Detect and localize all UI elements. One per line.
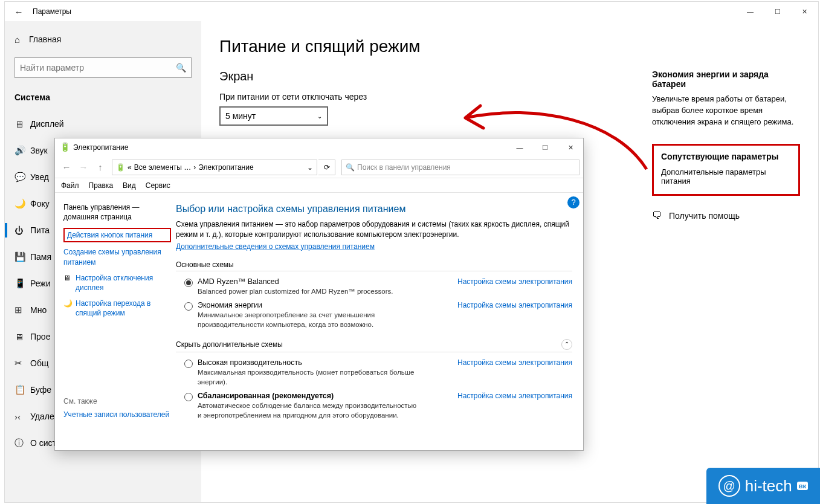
create-plan-link[interactable]: Создание схемы управления питанием bbox=[63, 247, 171, 267]
window-title: Параметры bbox=[33, 7, 71, 16]
watermark-text: hi-tech bbox=[745, 477, 792, 496]
nav-icon: ⓘ bbox=[15, 438, 30, 449]
plan-name[interactable]: Высокая производительность bbox=[198, 358, 457, 367]
plan-description: Balanced power plan customized for AMD R… bbox=[198, 287, 421, 297]
screen-off-dropdown[interactable]: 5 минут ⌄ bbox=[219, 106, 328, 126]
nav-icon: ›‹ bbox=[15, 412, 30, 422]
nav-label: Мно bbox=[30, 305, 47, 315]
nav-label: Памя bbox=[30, 252, 51, 262]
configure-plan-link[interactable]: Настройка схемы электропитания bbox=[457, 301, 572, 309]
nav-icon: 🌙 bbox=[15, 198, 30, 209]
radio-button[interactable] bbox=[184, 360, 193, 368]
user-accounts-link[interactable]: Учетные записи пользователей bbox=[63, 410, 171, 419]
search-icon: 🔍 bbox=[176, 63, 186, 73]
cp-search-placeholder: Поиск в панели управления bbox=[357, 163, 451, 172]
maximize-button[interactable]: ☐ bbox=[764, 2, 791, 21]
menu-item[interactable]: Сервис bbox=[146, 181, 170, 190]
plan-description: Максимальная производительность (может п… bbox=[198, 368, 421, 387]
power-plan-row: Экономия энергии Минимальное энергопотре… bbox=[176, 297, 572, 331]
cp-title: Электропитание bbox=[73, 143, 128, 152]
plan-name[interactable]: Сбалансированная (рекомендуется) bbox=[198, 392, 457, 400]
menu-item[interactable]: Правка bbox=[89, 181, 114, 190]
search-icon: 🔍 bbox=[346, 163, 355, 172]
nav-icon: 💬 bbox=[15, 172, 30, 183]
more-info-link[interactable]: Дополнительные сведения о схемах управле… bbox=[176, 242, 375, 251]
search-input[interactable] bbox=[20, 63, 176, 73]
plan-description: Минимальное энергопотребление за счет ум… bbox=[198, 311, 421, 329]
nav-up-button[interactable]: ↑ bbox=[92, 162, 108, 172]
page-title: Питание и спящий режим bbox=[219, 37, 800, 56]
nav-back-button[interactable]: ← bbox=[59, 162, 74, 172]
nav-icon: 📋 bbox=[15, 384, 30, 395]
configure-plan-link[interactable]: Настройка схемы электропитания bbox=[457, 392, 572, 400]
power-buttons-action-link[interactable]: Действия кнопок питания bbox=[63, 228, 171, 242]
close-button[interactable]: ✕ bbox=[791, 2, 818, 21]
search-box[interactable]: 🔍 bbox=[15, 57, 192, 78]
category-label: Система bbox=[5, 88, 201, 111]
cp-menubar: ФайлПравкаВидСервис bbox=[55, 178, 583, 193]
nav-forward-button[interactable]: → bbox=[76, 162, 91, 172]
configure-plan-link[interactable]: Настройка схемы электропитания bbox=[457, 277, 572, 286]
cp-description: Схема управления питанием — это набор па… bbox=[176, 219, 572, 240]
plan-name[interactable]: AMD Ryzen™ Balanced bbox=[198, 277, 457, 286]
cp-titlebar: 🔋 Электропитание — ☐ ✕ bbox=[55, 138, 583, 157]
related-link[interactable]: Дополнительные параметры питания bbox=[661, 167, 791, 186]
main-schemes-label: Основные схемы bbox=[176, 260, 572, 271]
nav-icon: 📱 bbox=[15, 278, 30, 289]
breadcrumb-current[interactable]: Электропитание bbox=[198, 163, 253, 172]
get-help-label: Получить помощь bbox=[669, 211, 740, 221]
radio-button[interactable] bbox=[184, 302, 193, 311]
address-bar[interactable]: 🔋 « Все элементы … › Электропитание ⌄ bbox=[112, 160, 317, 175]
nav-icon: 💾 bbox=[15, 251, 30, 262]
nav-label: Звук bbox=[30, 146, 48, 155]
back-button[interactable]: ← bbox=[10, 7, 28, 17]
cp-home-link[interactable]: Панель управления — домашняя страница bbox=[63, 202, 171, 222]
help-icon[interactable]: ? bbox=[567, 196, 579, 208]
nav-icon: 🖥 bbox=[15, 332, 30, 342]
plan-name[interactable]: Экономия энергии bbox=[198, 301, 457, 309]
breadcrumb-sep: « bbox=[128, 163, 132, 172]
nav-label: Режи bbox=[30, 279, 51, 288]
display-off-link[interactable]: Настройка отключения дисплея bbox=[76, 273, 171, 292]
cp-close-button[interactable]: ✕ bbox=[558, 144, 583, 152]
cp-main: ? Выбор или настройка схемы управления п… bbox=[176, 193, 583, 450]
control-panel-window: 🔋 Электропитание — ☐ ✕ ← → ↑ 🔋 « Все эле… bbox=[54, 138, 584, 451]
moon-icon: 🌙 bbox=[63, 299, 72, 308]
nav-label: Пита bbox=[30, 225, 50, 235]
energy-body: Увеличьте время работы от батареи, выбра… bbox=[652, 94, 800, 128]
cp-minimize-button[interactable]: — bbox=[507, 144, 532, 151]
watermark: @ hi-tech вк bbox=[706, 468, 820, 504]
nav-icon: 🖥 bbox=[15, 119, 30, 129]
see-also-label: См. также bbox=[63, 397, 171, 405]
power-plan-row: Высокая производительность Максимальная … bbox=[176, 355, 572, 388]
nav-icon: ⊞ bbox=[15, 305, 30, 315]
extra-schemes-label[interactable]: Скрыть дополнительные схемы bbox=[176, 340, 283, 349]
at-icon: @ bbox=[718, 475, 740, 497]
radio-button[interactable] bbox=[184, 393, 193, 401]
radio-button[interactable] bbox=[184, 279, 193, 287]
vk-icon: вк bbox=[797, 482, 808, 490]
minimize-button[interactable]: — bbox=[737, 2, 764, 21]
collapse-chevron-icon[interactable]: ⌃ bbox=[561, 339, 572, 350]
energy-heading: Экономия энергии и заряда батареи bbox=[652, 69, 800, 89]
home-link[interactable]: ⌂ Главная bbox=[5, 26, 201, 53]
sleep-settings-link[interactable]: Настройка перехода в спящий режим bbox=[76, 299, 171, 318]
nav-icon: ⏻ bbox=[15, 225, 30, 236]
get-help-link[interactable]: 🗨 Получить помощь bbox=[652, 210, 800, 221]
cp-maximize-button[interactable]: ☐ bbox=[532, 144, 558, 152]
nav-label: Буфе bbox=[30, 385, 51, 395]
cp-search-box[interactable]: 🔍 Поиск в панели управления bbox=[341, 160, 579, 175]
refresh-button[interactable]: ⟳ bbox=[318, 160, 335, 175]
power-icon: 🔋 bbox=[60, 142, 71, 153]
power-plan-row: Сбалансированная (рекомендуется) Автомат… bbox=[176, 388, 572, 421]
chevron-down-icon[interactable]: ⌄ bbox=[307, 163, 313, 172]
sidebar-item[interactable]: 🖥Дисплей bbox=[5, 111, 201, 137]
menu-item[interactable]: Файл bbox=[61, 181, 79, 190]
breadcrumb-all[interactable]: Все элементы … bbox=[134, 163, 192, 172]
menu-item[interactable]: Вид bbox=[123, 181, 136, 190]
cp-heading: Выбор или настройка схемы управления пит… bbox=[176, 204, 572, 215]
configure-plan-link[interactable]: Настройка схемы электропитания bbox=[457, 358, 572, 367]
display-icon: 🖥 bbox=[63, 273, 72, 283]
cp-sidebar: Панель управления — домашняя страница Де… bbox=[55, 193, 176, 450]
nav-label: Общ bbox=[30, 358, 48, 368]
